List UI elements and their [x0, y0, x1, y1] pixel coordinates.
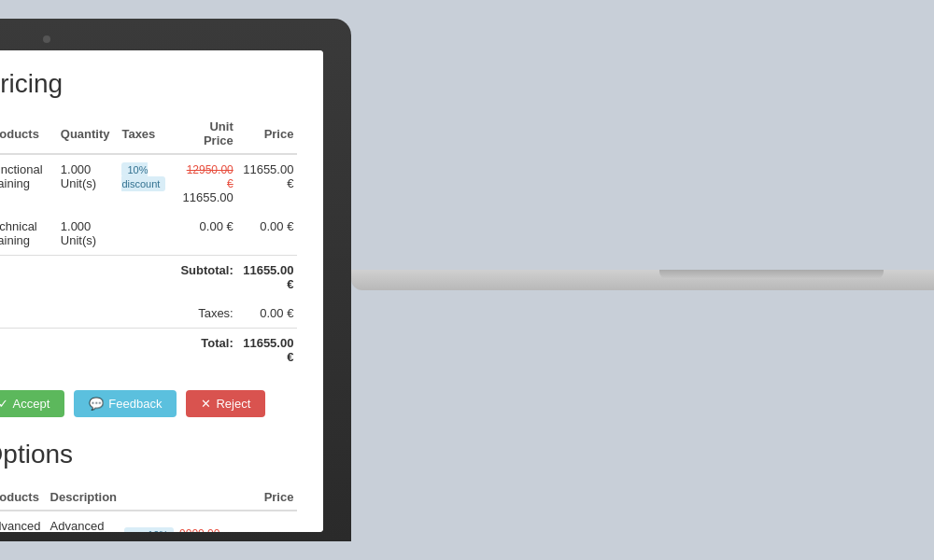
taxes-label: Taxes: [176, 299, 236, 329]
col-unit-price: Unit Price [176, 114, 236, 154]
line-price: 0.00 € [237, 212, 298, 256]
reject-x-icon: ✕ [201, 397, 211, 411]
reject-label: Reject [216, 397, 250, 411]
total-row: Total: 11655.00 € [0, 329, 297, 372]
cart-icon[interactable]: 🛒 [275, 531, 293, 532]
options-title: Options [0, 440, 297, 469]
col-products: Products [0, 114, 57, 154]
total-value: 11655.00 € [237, 329, 298, 372]
feedback-label: Feedback [108, 397, 162, 411]
quantity: 1.000 Unit(s) [57, 154, 119, 212]
new-unit-price: 11655.00 [179, 190, 233, 204]
options-table: Products Description Price Advanced CRM … [0, 484, 297, 532]
opt-old-price: 9000.00 € [179, 527, 219, 533]
col-price: Price [237, 114, 298, 154]
action-buttons: ✓ Accept 💬 Feedback ✕ Reject [0, 390, 297, 417]
subtotal-value: 11655.00 € [237, 256, 298, 300]
taxes-row: Taxes: 0.00 € [0, 299, 297, 329]
table-row: Advanced CRM Functional Advanced CRM Fun… [0, 511, 297, 532]
feedback-icon: 💬 [89, 397, 104, 411]
pricing-title: Pricing [0, 69, 297, 99]
taxes-value: 0.00 € [237, 299, 298, 329]
table-row: Functional Training 1.000 Unit(s) 10% di… [0, 154, 297, 212]
opt-price: 10% discount 9000.00 € 8100.00 🛒 [120, 511, 297, 532]
col-taxes: Taxes [118, 114, 176, 154]
opt-col-description: Description [47, 484, 121, 511]
opt-col-price: Price [120, 484, 297, 511]
col-quantity: Quantity [57, 114, 119, 154]
taxes-discount: 10% discount [118, 154, 176, 212]
subtotal-label: Subtotal: [176, 256, 236, 300]
accept-check-icon: ✓ [0, 397, 8, 411]
reject-button[interactable]: ✕ Reject [186, 390, 265, 417]
discount-badge: 10% discount [121, 162, 165, 191]
feedback-button[interactable]: 💬 Feedback [74, 390, 177, 417]
laptop-base [351, 270, 934, 290]
quantity: 1.000 Unit(s) [57, 212, 119, 256]
pricing-table: Products Quantity Taxes Unit Price Price… [0, 114, 297, 371]
opt-discount-badge: 10% discount [124, 527, 174, 533]
laptop-shell: ✓ Accept Order Ask Changes or Reject Int… [0, 19, 351, 541]
taxes-discount [118, 212, 176, 256]
laptop-base-indent [659, 270, 884, 279]
old-unit-price: 12950.00 € [187, 163, 234, 190]
unit-price: 0.00 € [176, 212, 236, 256]
total-label: Total: [176, 329, 236, 372]
accept-button[interactable]: ✓ Accept [0, 390, 64, 417]
product-name: Technical Training [0, 212, 57, 256]
opt-col-products: Products [0, 484, 47, 511]
unit-price: 12950.00 € 11655.00 [176, 154, 236, 212]
opt-description: Advanced CRM Functional [47, 511, 121, 532]
table-row: Technical Training 1.000 Unit(s) 0.00 € … [0, 212, 297, 256]
line-price: 11655.00 € [237, 154, 298, 212]
laptop-screen: ✓ Accept Order Ask Changes or Reject Int… [0, 50, 323, 532]
opt-product-name: Advanced CRM Functional [0, 511, 47, 532]
accept-label: Accept [13, 397, 50, 411]
main-content: Pricing Products Quantity Taxes Unit Pri… [0, 50, 323, 532]
subtotal-row: Subtotal: 11655.00 € [0, 256, 297, 300]
laptop-camera [43, 35, 50, 43]
product-name: Functional Training [0, 154, 57, 212]
